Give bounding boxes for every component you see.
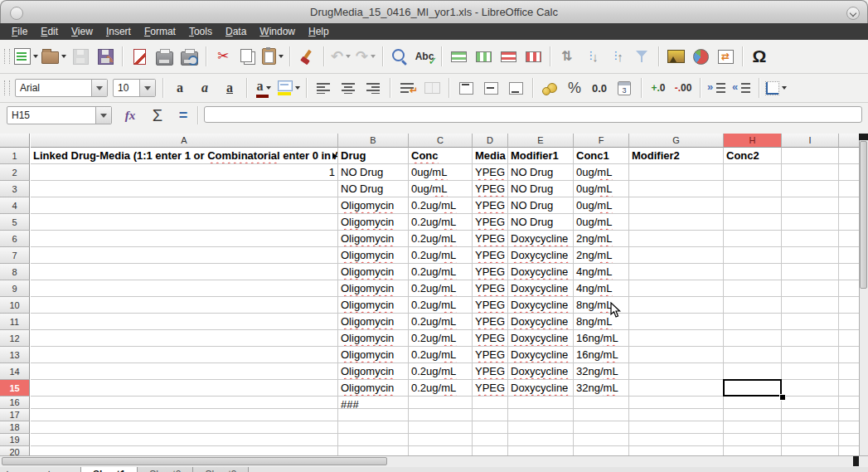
cell-C2[interactable]: 0ug/mL [409,164,473,181]
cell-A2[interactable]: 1 [31,164,338,181]
sum-icon[interactable]: Σ [146,105,169,126]
cell-C17[interactable] [409,409,473,421]
print-preview-button[interactable] [177,45,201,68]
cell-F4[interactable]: 0ug/mL [574,197,629,214]
cell-F18[interactable] [574,421,629,434]
row-header-9[interactable]: 9 [0,280,30,297]
row-header-20[interactable]: 20 [0,446,30,455]
delete-decimal-button[interactable]: -.00 [672,76,695,100]
menu-window[interactable]: Window [253,24,302,39]
row-header-10[interactable]: 10 [0,297,30,314]
cell-E13[interactable]: Doxycycline [508,347,574,363]
column-header-C[interactable]: C [409,134,473,148]
cell-B12[interactable]: Oligomycin [338,330,409,347]
select-all-corner[interactable] [0,134,30,148]
align-bottom-button[interactable] [504,76,527,100]
row-header-4[interactable]: 4 [0,197,30,214]
cell-E2[interactable]: NO Drug [508,164,574,181]
cell-C5[interactable]: 0.2ug/mL [409,214,473,231]
cell-B18[interactable] [338,421,409,434]
sort-button[interactable]: ⇅ [555,45,579,68]
insert-pivot-table-button[interactable]: ⇄ [714,45,737,68]
cell-I11[interactable] [782,314,839,330]
cell-I3[interactable] [782,181,839,197]
clone-formatting-button[interactable] [295,45,318,68]
number-format-button[interactable]: 0.0 [588,76,611,100]
cut-button[interactable]: ✂ [211,45,235,68]
menu-format[interactable]: Format [138,24,182,39]
cell-I13[interactable] [782,347,839,363]
vertical-split-handle[interactable] [859,134,868,140]
cell-E6[interactable]: Doxycycline [508,231,574,247]
cell-E18[interactable] [508,421,574,434]
increase-indent-button[interactable]: » [706,76,729,100]
cell-A9[interactable] [31,280,338,297]
cell-I7[interactable] [782,247,839,264]
cell-G4[interactable] [629,197,724,214]
row-header-5[interactable]: 5 [0,214,30,231]
cell-B14[interactable]: Oligomycin [338,363,409,380]
menu-view[interactable]: View [65,24,99,39]
cell-I16[interactable] [782,397,839,409]
autofilter-button[interactable] [630,45,653,68]
cell-C15[interactable]: 0.2ug/mL [409,380,473,397]
cell-B4[interactable]: Oligomycin [338,197,409,214]
cell-E19[interactable] [508,434,574,446]
cell-H5[interactable] [724,214,782,231]
cell-C20[interactable] [409,446,473,455]
cell-F10[interactable]: 8ng/mL [574,297,629,314]
cell-B13[interactable]: Oligomycin [338,347,409,363]
row-header-16[interactable]: 16 [0,397,30,409]
cell-C11[interactable]: 0.2ug/mL [409,314,473,330]
cell-B11[interactable]: Oligomycin [338,314,409,330]
cell-A11[interactable] [31,314,338,330]
cell-D20[interactable] [473,446,508,455]
cell-I15[interactable] [782,380,839,397]
sheet-tab-sheet2[interactable]: Sheet2 [137,467,193,472]
align-left-button[interactable] [312,76,335,100]
cell-A18[interactable] [31,421,338,434]
add-sheet-button[interactable]: ✚ [56,467,70,472]
column-header-I[interactable]: I [782,134,839,148]
cell-C14[interactable]: 0.2ug/mL [409,363,473,380]
cell-D9[interactable]: YPEG [473,280,508,297]
equals-icon[interactable]: = [172,105,194,126]
add-decimal-button[interactable]: +.0 [647,76,670,100]
cell-A4[interactable] [31,197,338,214]
menu-data[interactable]: Data [219,24,253,39]
cell-F5[interactable]: 0ug/mL [574,214,629,231]
menu-tools[interactable]: Tools [182,24,219,39]
cell-A5[interactable] [31,214,338,231]
row-header-3[interactable]: 3 [0,181,30,197]
cell-A12[interactable] [31,330,338,347]
cell-F11[interactable]: 8ng/mL [574,314,629,330]
cell-D10[interactable]: YPEG [473,297,508,314]
cell-E12[interactable]: Doxycycline [508,330,574,347]
cell-C19[interactable] [409,434,473,446]
highlight-color-button[interactable] [277,76,301,100]
insert-rows-button[interactable] [447,45,470,68]
row-header-6[interactable]: 6 [0,231,30,247]
cell-D16[interactable] [473,397,508,409]
cell-A17[interactable] [31,409,338,421]
dropdown-arrow-icon[interactable] [295,86,300,90]
dropdown-arrow-icon[interactable] [33,55,38,58]
cell-F19[interactable] [574,434,629,446]
cell-G15[interactable] [629,380,724,397]
cell-D18[interactable] [473,421,508,434]
cell-F17[interactable] [574,409,629,421]
row-header-15[interactable]: 15 [0,380,30,397]
column-header-H[interactable]: H [724,134,782,148]
paste-button[interactable] [261,45,284,68]
cell-B5[interactable]: Oligomycin [338,214,409,231]
column-header-F[interactable]: F [574,134,629,148]
vertical-scrollbar-thumb[interactable] [860,141,867,289]
dropdown-arrow-icon[interactable] [782,86,787,90]
cell-H19[interactable] [724,434,782,446]
row-header-18[interactable]: 18 [0,421,30,434]
cell-G12[interactable] [629,330,724,347]
cell-F13[interactable]: 16ng/mL [574,347,629,363]
cell-G16[interactable] [629,397,724,409]
previous-sheet-button[interactable]: ◀ [14,467,28,472]
decrease-indent-button[interactable]: « [730,76,754,100]
